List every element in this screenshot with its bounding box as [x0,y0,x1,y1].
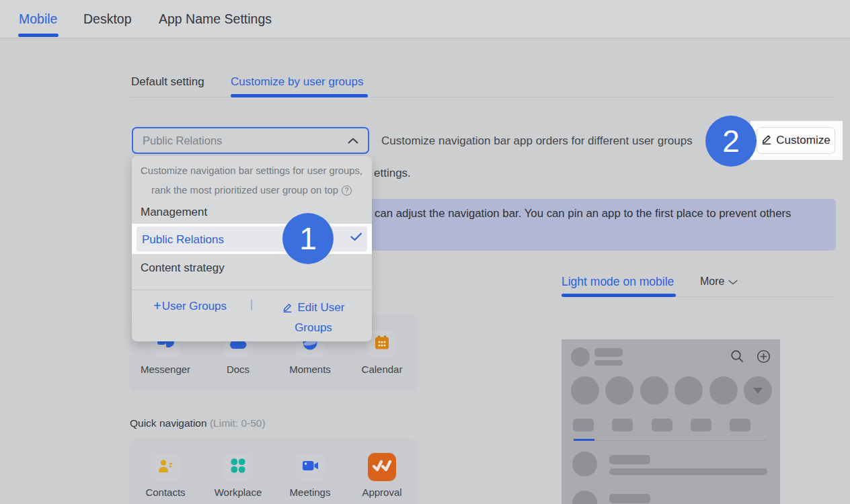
customize-button[interactable]: Customize [757,127,835,154]
workplace-icon [230,458,246,476]
more-dropdown[interactable]: More [700,276,738,288]
triangle-down-icon [753,388,763,394]
active-tab-underline [18,34,59,37]
skeleton-list-title [609,494,650,503]
skeleton-tab-indicator [574,439,594,441]
dropdown-separator [132,290,372,290]
skeleton-chip [691,419,711,431]
check-icon [350,232,362,244]
skeleton-circle-dropdown [744,376,772,405]
add-user-groups-link[interactable]: + User Groups [153,298,227,314]
skeleton-chip [573,419,594,431]
edit-user-groups-label: Edit User Groups [295,301,344,334]
option-management[interactable]: Management [141,206,207,219]
quick-label-approval: Approval [347,487,417,498]
app-label-docs: Docs [203,364,273,375]
plus-circle-icon [757,349,771,366]
description-text: Customize navigation bar app orders for … [381,134,693,148]
edit-icon [282,301,298,314]
skeleton-name-line [594,348,623,357]
skeleton-circle [709,376,738,405]
quick-nav-title: Quick navigation (Limit: 0-50) [130,417,266,429]
chevron-up-icon [348,134,358,146]
calendar-icon [374,335,390,353]
user-group-select-value: Public Relations [143,134,348,147]
quick-tile-workplace[interactable] [224,453,252,481]
tab-default-setting[interactable]: Default setting [131,75,204,89]
skeleton-tab-line [574,440,767,441]
skeleton-circle [571,376,599,405]
skeleton-circle [605,376,633,405]
skeleton-circle [674,376,703,405]
tab-customize-by-user-groups[interactable]: Customize by user groups [231,75,363,89]
mobile-preview-mockup [562,339,780,504]
tab-desktop[interactable]: Desktop [83,11,132,27]
skeleton-list-avatar [572,491,597,504]
quick-label-meetings: Meetings [275,487,345,498]
approval-icon [372,460,392,474]
skeleton-subtitle-line [594,360,623,366]
option-public-relations-label: Public Relations [142,233,224,247]
skeleton-chip [730,419,750,431]
tab-app-name-settings[interactable]: App Name Settings [159,11,272,27]
search-icon [730,349,744,366]
add-user-groups-label: User Groups [162,300,227,313]
customize-button-label: Customize [776,134,830,147]
quick-label-contacts: Contacts [130,487,200,498]
step-2-badge: 2 [705,116,757,167]
edit-pencil-icon [761,134,772,148]
skeleton-circle [640,376,668,405]
user-group-select[interactable]: Public Relations [132,127,369,154]
skeleton-list-title [609,455,650,464]
active-subtab-underline [231,94,368,97]
preview-divider [676,296,834,297]
skeleton-list-body [609,468,767,475]
dropdown-hint: Customize navigation bar settings for us… [133,161,370,200]
quick-nav-limit: (Limit: 0-50) [210,417,266,429]
app-tile-calendar[interactable] [368,330,396,358]
quick-tile-meetings[interactable] [296,453,324,481]
plus-icon: + [153,298,161,314]
preview-tab-underline [562,294,676,297]
partial-settings-text: ettings. [374,167,411,180]
contacts-icon [157,458,173,476]
app-settings-screen: Mobile Desktop App Name Settings Default… [0,0,850,504]
skeleton-avatar [571,347,590,366]
quick-tile-approval[interactable] [368,453,396,481]
tab-light-mode-on-mobile[interactable]: Light mode on mobile [562,275,674,289]
more-label: More [700,276,724,288]
skeleton-chip [652,419,672,431]
skeleton-chip [612,419,633,431]
chevron-down-icon [728,276,738,288]
quick-tile-contacts[interactable] [151,453,180,481]
quick-label-workplace: Workplace [203,487,273,498]
edit-user-groups-link[interactable]: Edit User Groups [277,298,350,338]
help-icon[interactable]: ? [342,185,352,196]
meetings-icon [302,458,319,476]
step-1-badge: 1 [282,213,334,264]
app-label-calendar: Calendar [347,364,417,375]
skeleton-list-avatar [572,452,597,476]
footer-divider: | [250,298,253,310]
option-content-strategy[interactable]: Content strategy [141,261,225,275]
info-banner-text: can adjust the navigation bar. You can p… [375,207,791,220]
tab-mobile[interactable]: Mobile [19,11,57,27]
app-label-moments: Moments [275,364,345,375]
app-label-messenger: Messenger [130,364,200,375]
